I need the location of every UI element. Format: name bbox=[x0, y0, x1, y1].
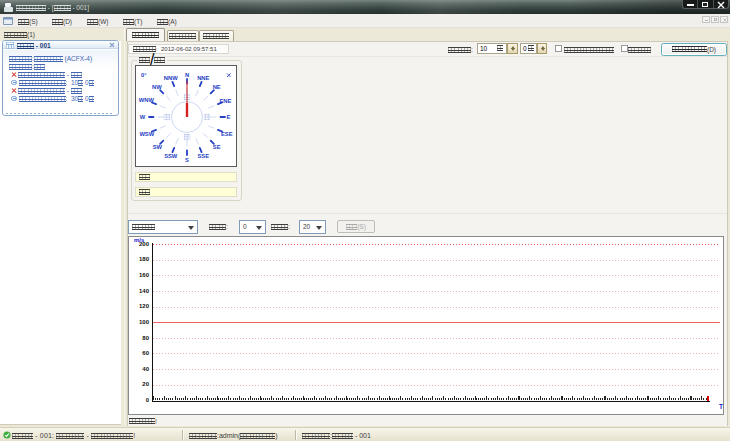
svg-text:E: E bbox=[227, 114, 231, 120]
svg-text:SSW: SSW bbox=[164, 153, 178, 159]
svg-text:ENE: ENE bbox=[219, 98, 231, 104]
svg-text:NE: NE bbox=[213, 84, 221, 90]
svg-text:SE: SE bbox=[213, 144, 221, 150]
svg-text:SSE: SSE bbox=[197, 153, 209, 159]
svg-text:0°: 0° bbox=[141, 72, 147, 78]
svg-text:S: S bbox=[185, 157, 189, 163]
svg-text:N: N bbox=[185, 72, 189, 78]
svg-text:WNW: WNW bbox=[139, 97, 155, 103]
svg-text:NW: NW bbox=[152, 84, 162, 90]
svg-text:SW: SW bbox=[153, 144, 163, 150]
svg-text:W: W bbox=[140, 114, 146, 120]
svg-text:NNE: NNE bbox=[197, 75, 209, 81]
svg-text:ESE: ESE bbox=[221, 131, 233, 137]
svg-text:NNW: NNW bbox=[164, 75, 178, 81]
svg-text:WSW: WSW bbox=[139, 131, 154, 137]
